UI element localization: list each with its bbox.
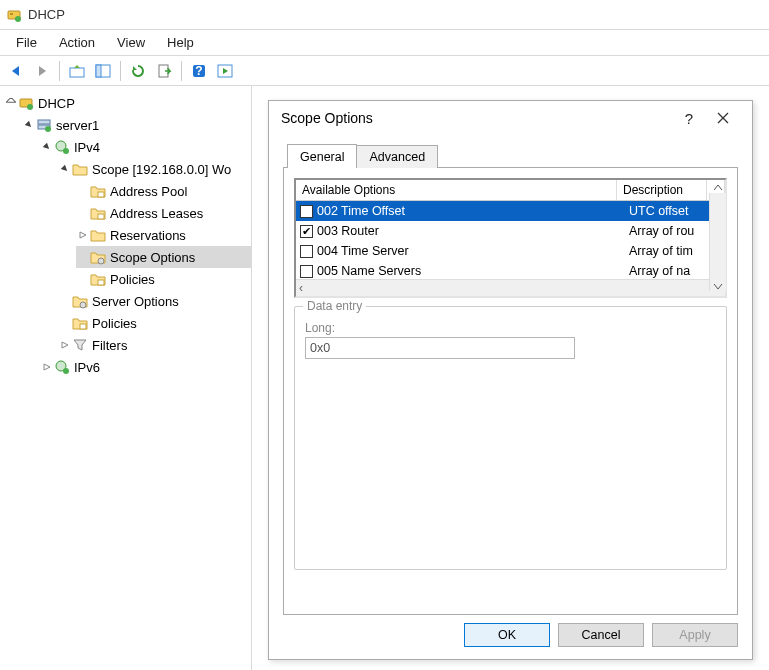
column-available-options[interactable]: Available Options — [296, 180, 617, 200]
checkbox-005[interactable] — [300, 265, 313, 278]
svg-point-21 — [80, 302, 86, 308]
tree-label: server1 — [56, 118, 99, 133]
option-row-004[interactable]: 004 Time Server Array of tim — [296, 241, 725, 261]
grid-hscrollbar[interactable]: ‹ › — [296, 279, 725, 296]
tree-node-ipv6[interactable]: IPv6 — [40, 356, 251, 378]
tree-node-ipv4[interactable]: IPv4 — [40, 136, 251, 158]
tree-label: Filters — [92, 338, 127, 353]
svg-rect-17 — [98, 192, 104, 197]
expand-icon[interactable] — [4, 96, 18, 110]
tree-node-server-options[interactable]: Server Options — [58, 290, 251, 312]
checkbox-002[interactable] — [300, 205, 313, 218]
chevron-up-icon — [713, 183, 723, 193]
grid-rows[interactable]: 002 Time Offset UTC offset ✔ 003 Router … — [296, 201, 725, 279]
menu-help[interactable]: Help — [157, 32, 204, 53]
tree-node-scope[interactable]: Scope [192.168.0.0] Wo — [58, 158, 251, 180]
up-button[interactable] — [65, 59, 89, 83]
tree-node-address-pool[interactable]: Address Pool — [76, 180, 251, 202]
dialog-titlebar[interactable]: Scope Options ? — [269, 101, 752, 135]
back-button[interactable] — [4, 59, 28, 83]
tree-label: DHCP — [38, 96, 75, 111]
menu-file[interactable]: File — [6, 32, 47, 53]
tree-label: Policies — [110, 272, 155, 287]
long-input[interactable] — [305, 337, 575, 359]
tree-pane: DHCP server1 — [0, 86, 252, 670]
ok-button[interactable]: OK — [464, 623, 550, 647]
option-row-003[interactable]: ✔ 003 Router Array of rou — [296, 221, 725, 241]
scroll-left-icon[interactable]: ‹ — [299, 281, 303, 295]
option-name: 003 Router — [317, 224, 629, 238]
scope-options-dialog: Scope Options ? General Advanced Availab… — [268, 100, 753, 660]
dialog-title: Scope Options — [281, 110, 672, 126]
tab-strip: General Advanced — [283, 139, 738, 167]
tab-advanced[interactable]: Advanced — [356, 145, 438, 168]
apply-button[interactable]: Apply — [652, 623, 738, 647]
checkbox-004[interactable] — [300, 245, 313, 258]
cancel-button[interactable]: Cancel — [558, 623, 644, 647]
column-description[interactable]: Description — [617, 180, 707, 200]
tree-node-reservations[interactable]: Reservations — [76, 224, 251, 246]
tree-label: Server Options — [92, 294, 179, 309]
tree-label: Reservations — [110, 228, 186, 243]
show-hide-tree-button[interactable] — [91, 59, 115, 83]
tree-node-dhcp[interactable]: DHCP — [4, 92, 251, 114]
svg-rect-1 — [10, 13, 13, 15]
tab-general[interactable]: General — [287, 144, 357, 168]
expand-icon[interactable] — [58, 338, 72, 352]
option-row-002[interactable]: 002 Time Offset UTC offset — [296, 201, 725, 221]
folder-icon — [72, 315, 88, 331]
folder-icon — [90, 183, 106, 199]
svg-point-16 — [63, 148, 69, 154]
toolbar-separator — [181, 61, 182, 81]
data-entry-legend: Data entry — [303, 299, 366, 313]
help-button[interactable]: ? — [187, 59, 211, 83]
dhcp-icon — [18, 95, 34, 111]
window-title: DHCP — [28, 7, 65, 22]
export-button[interactable] — [152, 59, 176, 83]
ipv6-icon — [54, 359, 70, 375]
svg-rect-18 — [98, 214, 104, 219]
expand-icon[interactable] — [40, 140, 54, 154]
option-name: 005 Name Servers — [317, 264, 629, 278]
checkbox-003[interactable]: ✔ — [300, 225, 313, 238]
toolbar: ? — [0, 56, 769, 86]
menu-action[interactable]: Action — [49, 32, 105, 53]
svg-rect-12 — [38, 120, 50, 124]
folder-icon — [72, 161, 88, 177]
expand-icon[interactable] — [22, 118, 36, 132]
option-name: 002 Time Offset — [317, 204, 629, 218]
option-row-005[interactable]: 005 Name Servers Array of na — [296, 261, 725, 279]
expand-icon[interactable] — [76, 228, 90, 242]
tree-node-address-leases[interactable]: Address Leases — [76, 202, 251, 224]
run-button[interactable] — [213, 59, 237, 83]
tree-label: IPv6 — [74, 360, 100, 375]
svg-rect-22 — [80, 324, 86, 329]
dialog-close-button[interactable] — [706, 104, 740, 132]
option-name: 004 Time Server — [317, 244, 629, 258]
tab-panel-general: Available Options Description 002 Time O… — [283, 167, 738, 615]
tree-label: Policies — [92, 316, 137, 331]
svg-point-11 — [27, 104, 33, 110]
tree-node-server[interactable]: server1 — [22, 114, 251, 136]
tree-node-filters[interactable]: Filters — [58, 334, 251, 356]
svg-text:?: ? — [195, 64, 202, 78]
forward-button[interactable] — [30, 59, 54, 83]
tree-label: Address Leases — [110, 206, 203, 221]
folder-icon — [90, 205, 106, 221]
data-entry-group: Data entry Long: — [294, 306, 727, 570]
tree-label: Address Pool — [110, 184, 187, 199]
expand-icon[interactable] — [40, 360, 54, 374]
menu-view[interactable]: View — [107, 32, 155, 53]
dialog-help-button[interactable]: ? — [672, 104, 706, 132]
options-grid: Available Options Description 002 Time O… — [294, 178, 727, 298]
svg-point-19 — [98, 258, 104, 264]
tree-node-scope-options[interactable]: Scope Options — [76, 246, 251, 268]
dialog-buttons: OK Cancel Apply — [283, 615, 738, 649]
refresh-button[interactable] — [126, 59, 150, 83]
tree-node-policies[interactable]: Policies — [58, 312, 251, 334]
tree-node-scope-policies[interactable]: Policies — [76, 268, 251, 290]
dhcp-app-icon — [6, 7, 22, 23]
long-label: Long: — [305, 321, 716, 335]
grid-vscrollbar[interactable] — [709, 193, 726, 291]
expand-icon[interactable] — [58, 162, 72, 176]
